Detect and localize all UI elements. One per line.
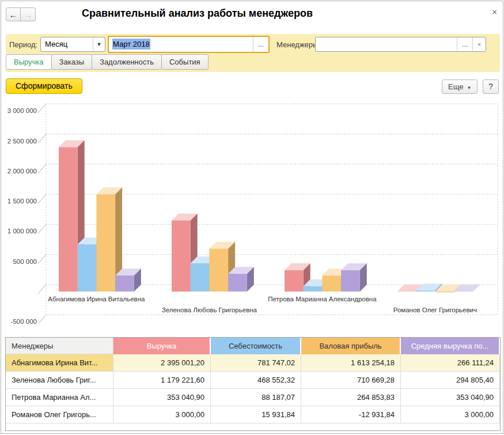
value-cell[interactable]: 15 931,84 [211,406,301,423]
axis-tick [38,285,46,294]
tab-4[interactable]: События [161,54,209,70]
table-row[interactable]: Зеленова Любовь Григ...1 179 221,60468 5… [6,372,500,389]
period-type-value: Месяц [41,37,93,51]
bar [416,290,435,292]
bar [172,221,191,292]
y-axis-label: 2 500 000 [7,138,37,145]
close-icon: × [492,7,497,17]
category-label: Зеленова Любовь Григорьевна [162,307,257,313]
bar [285,270,304,292]
column-header[interactable]: Себестоимость [211,338,301,354]
column-header[interactable]: Средняя выручка по... [401,338,500,354]
back-button[interactable]: ← [6,7,21,21]
results-table: МенеджерыВыручкаСебестоимостьВаловая при… [5,337,501,431]
value-cell[interactable]: 266 111,24 [401,354,500,372]
forward-arrow-icon: → [24,10,32,20]
help-button[interactable]: ? [483,80,499,94]
axis-tick [38,134,46,143]
table-row[interactable]: Петрова Марианна Ал...353 040,9088 187,0… [6,389,500,406]
close-button[interactable]: × [492,7,497,17]
value-cell[interactable]: -12 931,84 [301,406,401,423]
nav-buttons: ← → [6,7,36,21]
value-cell[interactable]: 3 000,00 [113,406,211,423]
y-axis-label: 3 000 000 [7,107,37,114]
selected-text: Март 2018 [112,39,150,50]
bar [304,286,323,292]
table-row[interactable]: Романов Олег Григорь...3 000,0015 931,84… [6,406,500,423]
value-cell[interactable]: 294 805,40 [401,372,500,389]
axis-tick [38,255,46,264]
column-header[interactable]: Менеджеры [6,338,113,354]
chart-svg: 3 000 0002 500 0002 000 0001 500 0001 00… [1,98,504,328]
chevron-down-icon[interactable]: ▼ [93,37,105,51]
y-axis-label: 500 000 [13,258,37,265]
forward-button[interactable]: → [21,7,36,21]
managers-value-text [316,37,457,51]
value-cell[interactable]: 468 552,32 [211,372,301,389]
column-header[interactable]: Валовая прибыль [301,338,401,354]
page-title: Сравнительный анализ работы менеджеров [82,7,313,20]
category-label: Абнагимова Ирина Витальевна [48,296,145,302]
axis-tick [38,164,46,173]
value-cell[interactable]: 88 187,07 [211,389,301,406]
managers-ellipsis-button[interactable]: ... [457,37,472,51]
y-axis-label: 1 000 000 [7,228,37,234]
category-label: Романов Олег Григорьевич [393,307,477,313]
value-cell[interactable]: 710 669,28 [301,372,401,389]
bar [96,194,115,292]
period-type-select[interactable]: Месяц ▼ [40,37,105,52]
bar [78,244,97,292]
bar [228,274,247,292]
managers-bar-chart: 3 000 0002 500 0002 000 0001 500 0001 00… [1,98,504,328]
bar [191,263,210,292]
axis-tick [38,194,46,203]
managers-label: Менеджеры: [276,40,320,49]
value-cell[interactable]: 2 395 001,20 [113,354,211,372]
tab-1[interactable]: Выручка [6,54,52,70]
managers-field[interactable]: ... × [315,37,486,52]
bar [59,147,78,292]
report-window: ← → Сравнительный анализ работы менеджер… [1,1,503,434]
manager-name-cell[interactable]: Зеленова Любовь Григ... [6,372,113,389]
value-cell[interactable]: 353 040,90 [401,389,500,406]
more-button[interactable]: Еще▼ [442,80,478,94]
value-cell[interactable]: 1 179 221,60 [113,372,211,389]
y-axis-label: 1 500 000 [7,198,37,205]
tab-3[interactable]: Задолженность [92,54,162,70]
manager-name-cell[interactable]: Петрова Марианна Ал... [6,389,113,406]
y-axis-label: -500 000 [11,318,37,325]
generate-button[interactable]: Сформировать [6,78,82,94]
value-cell[interactable]: 1 613 254,18 [301,354,401,372]
value-cell[interactable]: 264 853,83 [301,389,401,406]
axis-tick [38,224,46,233]
period-label: Период: [9,40,37,49]
category-label: Петрова Марианна Александровна [268,296,377,302]
bar [435,292,454,292]
period-value-field[interactable]: Март 2018 ... [108,36,270,53]
bar [341,270,360,292]
more-button-label: Еще [448,82,463,91]
manager-name-cell[interactable]: Романов Олег Григорь... [6,406,113,423]
table-row[interactable]: Абнагимова Ирина Вит...2 395 001,20781 7… [6,354,500,372]
tab-2[interactable]: Заказы [51,54,92,70]
back-arrow-icon: ← [9,10,18,20]
axis-tick [38,104,46,113]
axis-tick [38,315,46,324]
period-value-text: Март 2018 [109,37,253,52]
period-ellipsis-button[interactable]: ... [253,37,268,52]
value-cell[interactable]: 353 040,90 [113,389,211,406]
bar [115,275,134,292]
y-axis-label: 2 000 000 [7,168,37,175]
column-header[interactable]: Выручка [113,338,211,354]
chevron-down-icon: ▼ [467,85,471,90]
bar [322,275,341,292]
managers-clear-button[interactable]: × [472,37,486,51]
value-cell[interactable]: 781 747,02 [211,354,301,372]
filter-panel: Период: Месяц ▼ Март 2018 ... Менеджеры:… [6,34,500,72]
report-tabs: ВыручкаЗаказыЗадолженностьСобытия [6,54,208,70]
bar [209,249,228,292]
value-cell[interactable]: 3 000,00 [401,406,500,423]
manager-name-cell[interactable]: Абнагимова Ирина Вит... [6,354,113,372]
